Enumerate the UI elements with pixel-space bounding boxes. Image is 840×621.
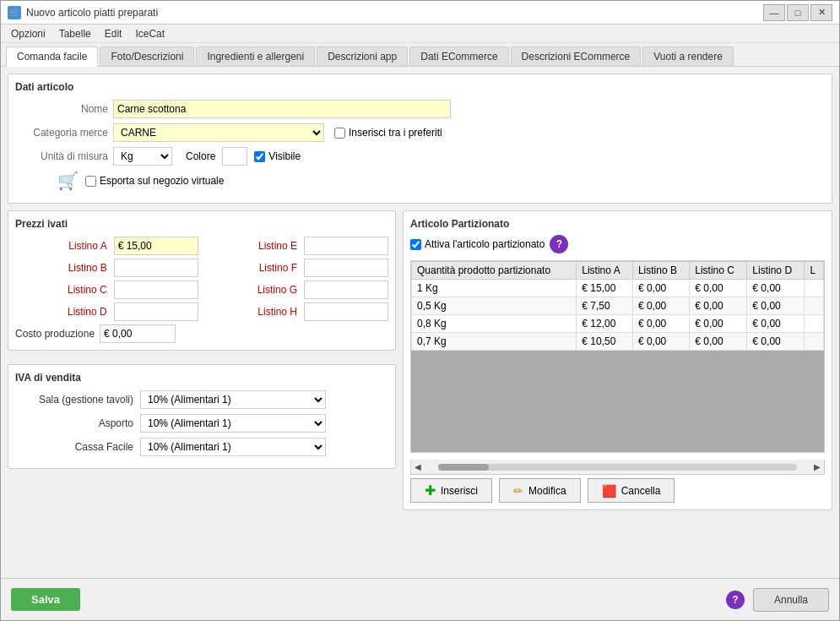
- listino-h-input[interactable]: [304, 302, 388, 321]
- tab-dati-ecommerce[interactable]: Dati ECommerce: [409, 46, 508, 66]
- prezzi-title: Prezzi ivati: [15, 218, 388, 230]
- col-l: L: [805, 262, 824, 280]
- table-empty-area: [411, 351, 824, 452]
- menu-icecat[interactable]: IceCat: [128, 26, 171, 41]
- close-button[interactable]: ✕: [810, 4, 832, 21]
- inserisci-preferiti-label[interactable]: Inserisci tra i preferiti: [334, 127, 442, 139]
- partizionato-table: Quantità prodotto partizionato Listino A…: [411, 261, 824, 351]
- esporta-checkbox[interactable]: [85, 176, 96, 187]
- table-row[interactable]: 0,7 Kg € 10,50 € 0,00 € 0,00 € 0,00: [412, 333, 824, 351]
- cassa-row: Cassa Facile 10% (Alimentari 1) 4% (Alim…: [15, 438, 388, 456]
- left-col: Prezzi ivati Listino A Listino E Listino…: [8, 210, 396, 510]
- attiva-wrap[interactable]: Attiva l'articolo partizionato: [410, 238, 545, 250]
- col-c: Listino C: [690, 262, 747, 280]
- bottom-right: ? Annulla: [726, 588, 829, 612]
- cell-qty: 0,7 Kg: [412, 333, 577, 351]
- prezzi-section: Prezzi ivati Listino A Listino E Listino…: [8, 210, 396, 351]
- cell-qty: 1 Kg: [412, 280, 577, 297]
- tab-foto-descrizioni[interactable]: Foto/Descrizioni: [100, 46, 194, 66]
- categoria-select[interactable]: CARNE PESCE VERDURE DOLCI: [113, 123, 324, 142]
- scrollbar-thumb[interactable]: [438, 464, 489, 471]
- table-row[interactable]: 0,8 Kg € 12,00 € 0,00 € 0,00 € 0,00: [412, 315, 824, 333]
- cell-a: € 12,00: [577, 315, 633, 333]
- cell-a: € 7,50: [577, 297, 633, 315]
- cell-c: € 0,00: [690, 333, 747, 351]
- col-a: Listino A: [577, 262, 633, 280]
- listino-g-label: Listino G: [205, 284, 297, 296]
- window-title: Nuovo articolo piatti preparati: [26, 7, 763, 19]
- listino-h-label: Listino H: [205, 306, 297, 318]
- unita-row: Unità di misura Kg g L pz Colore Visibil…: [15, 147, 825, 166]
- visibile-wrap[interactable]: Visibile: [254, 150, 301, 162]
- scroll-left-arrow[interactable]: ◀: [411, 460, 425, 475]
- scrollbar-track[interactable]: [438, 464, 797, 471]
- listino-b-label: Listino B: [15, 262, 107, 274]
- nome-label: Nome: [15, 103, 108, 115]
- col-b: Listino B: [632, 262, 689, 280]
- tab-vuoti-rendere[interactable]: Vuoti a rendere: [642, 46, 734, 66]
- sala-select[interactable]: 10% (Alimentari 1) 4% (Alimentari 2) 22%…: [140, 390, 326, 409]
- cell-d: € 0,00: [747, 280, 805, 297]
- inserisci-preferiti-checkbox[interactable]: [334, 128, 345, 139]
- unita-select[interactable]: Kg g L pz: [113, 147, 172, 166]
- asporto-row: Asporto 10% (Alimentari 1) 4% (Alimentar…: [15, 414, 388, 433]
- pencil-icon: ✏: [513, 484, 523, 498]
- nome-row: Nome: [15, 100, 825, 118]
- listino-d-input[interactable]: [114, 302, 198, 321]
- listino-e-label: Listino E: [205, 240, 297, 252]
- minimize-button[interactable]: —: [763, 4, 785, 21]
- menu-tabelle[interactable]: Tabelle: [52, 26, 98, 41]
- listino-f-input[interactable]: [304, 259, 388, 277]
- tab-descrizioni-ecommerce[interactable]: Descrizioni ECommerce: [511, 46, 642, 66]
- bottom-help-button[interactable]: ?: [726, 591, 745, 609]
- attiva-checkbox[interactable]: [410, 239, 421, 250]
- cancel-icon: 🟥: [602, 484, 616, 498]
- cell-d: € 0,00: [747, 315, 805, 333]
- salva-button[interactable]: Salva: [11, 588, 80, 611]
- nome-input[interactable]: [113, 100, 451, 118]
- listino-b-input[interactable]: [114, 259, 198, 277]
- modifica-button[interactable]: ✏ Modifica: [499, 478, 581, 503]
- colore-label: Colore: [186, 150, 215, 162]
- listino-g-input[interactable]: [304, 281, 388, 299]
- tab-descrizioni-app[interactable]: Descrizioni app: [317, 46, 408, 66]
- visibile-checkbox[interactable]: [254, 151, 265, 162]
- inserisci-button[interactable]: ✚ Inserisci: [410, 478, 492, 503]
- costo-label: Costo produzione: [15, 328, 95, 340]
- costo-input[interactable]: [100, 324, 176, 343]
- maximize-button[interactable]: □: [787, 4, 809, 21]
- listino-c-input[interactable]: [114, 281, 198, 299]
- sala-row: Sala (gestione tavoli) 10% (Alimentari 1…: [15, 390, 388, 409]
- cell-b: € 0,00: [632, 333, 689, 351]
- cell-qty: 0,5 Kg: [412, 297, 577, 315]
- listino-d-label: Listino D: [15, 306, 107, 318]
- menu-bar: Opzioni Tabelle Edit IceCat: [1, 25, 839, 43]
- listino-a-input[interactable]: [114, 237, 198, 255]
- tab-comanda-facile[interactable]: Comanda facile: [6, 46, 98, 67]
- categoria-row: Categoria merce CARNE PESCE VERDURE DOLC…: [15, 123, 825, 142]
- cassa-select[interactable]: 10% (Alimentari 1) 4% (Alimentari 2) 22%…: [140, 438, 326, 456]
- main-window: 🛒 Nuovo articolo piatti preparati — □ ✕ …: [0, 0, 840, 621]
- tab-ingredienti[interactable]: Ingredienti e allergeni: [196, 46, 315, 66]
- menu-opzioni[interactable]: Opzioni: [4, 26, 52, 41]
- unita-label: Unità di misura: [15, 150, 108, 162]
- table-row[interactable]: 0,5 Kg € 7,50 € 0,00 € 0,00 € 0,00: [412, 297, 824, 315]
- table-row[interactable]: 1 Kg € 15,00 € 0,00 € 0,00 € 0,00: [412, 280, 824, 297]
- cell-b: € 0,00: [632, 315, 689, 333]
- asporto-label: Asporto: [15, 417, 133, 429]
- scroll-right-arrow[interactable]: ▶: [810, 460, 824, 475]
- partizionato-title: Articolo Partizionato: [410, 218, 825, 230]
- iva-section: IVA di vendita Sala (gestione tavoli) 10…: [8, 364, 396, 469]
- annulla-button[interactable]: Annulla: [753, 588, 829, 612]
- scrollbar[interactable]: ◀ ▶: [410, 460, 825, 475]
- colore-picker[interactable]: [222, 147, 247, 166]
- action-buttons: ✚ Inserisci ✏ Modifica 🟥 Cancella: [410, 478, 825, 503]
- cell-c: € 0,00: [690, 280, 747, 297]
- help-button[interactable]: ?: [550, 235, 568, 253]
- asporto-select[interactable]: 10% (Alimentari 1) 4% (Alimentari 2) 22%…: [140, 414, 326, 433]
- menu-edit[interactable]: Edit: [98, 26, 129, 41]
- right-col: Articolo Partizionato Attiva l'articolo …: [403, 210, 832, 510]
- esporta-wrap[interactable]: Esporta sul negozio virtuale: [85, 175, 224, 187]
- cancella-button[interactable]: 🟥 Cancella: [588, 478, 675, 503]
- listino-e-input[interactable]: [304, 237, 388, 255]
